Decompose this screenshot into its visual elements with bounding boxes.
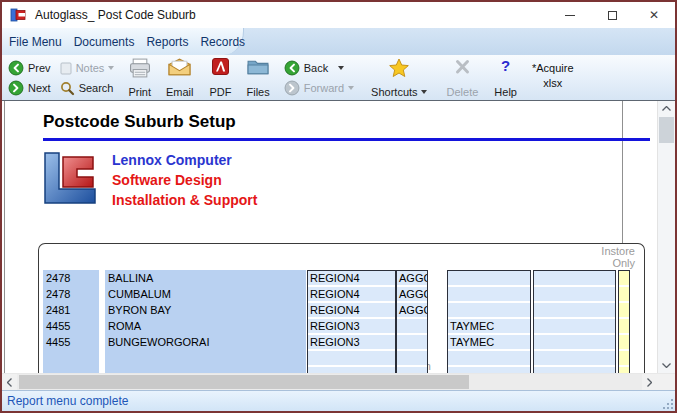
menu-item-reports[interactable]: Reports bbox=[146, 35, 200, 49]
close-button[interactable]: ✕ bbox=[633, 2, 675, 28]
help-button[interactable]: ? Help bbox=[491, 57, 520, 99]
next-button[interactable]: Next bbox=[8, 78, 51, 98]
cell-branch[interactable]: AGGC bbox=[397, 271, 427, 287]
cell-branch[interactable]: AGGC bbox=[397, 303, 427, 319]
horizontal-scroll-track[interactable] bbox=[17, 374, 642, 390]
title-underline bbox=[43, 138, 650, 141]
cell-branch[interactable] bbox=[397, 367, 427, 373]
star-icon bbox=[388, 58, 410, 78]
cell-branch[interactable]: AGGC bbox=[397, 287, 427, 303]
cell-contractor1[interactable] bbox=[448, 303, 530, 319]
menu-tab: File Menu Documents Reports Records bbox=[2, 28, 244, 55]
cell-region[interactable] bbox=[308, 351, 395, 367]
cell-contractor1[interactable] bbox=[448, 271, 530, 287]
cell-branch[interactable] bbox=[397, 319, 427, 335]
cell-region[interactable]: REGION3 bbox=[308, 319, 395, 335]
cell-contractor1[interactable]: TAYMEC bbox=[448, 319, 530, 335]
status-bar: Report menu complete bbox=[2, 390, 675, 411]
cell-instore[interactable] bbox=[619, 287, 629, 303]
search-icon bbox=[60, 81, 75, 96]
cell-contractor2[interactable] bbox=[534, 287, 615, 303]
cell-postcode[interactable]: 2478 bbox=[43, 270, 99, 286]
files-button[interactable]: Files bbox=[244, 57, 273, 99]
cell-contractor1[interactable] bbox=[448, 287, 530, 303]
cell-suburb[interactable]: BYRON BAY bbox=[105, 302, 306, 318]
cell-instore[interactable] bbox=[619, 271, 629, 287]
cell-region[interactable]: REGION4 bbox=[308, 271, 395, 287]
delete-button[interactable]: Delete bbox=[444, 57, 482, 99]
back-dropdown-icon[interactable] bbox=[338, 66, 344, 70]
cell-instore[interactable] bbox=[619, 367, 629, 373]
forward-dropdown-icon[interactable] bbox=[348, 86, 354, 90]
prev-button[interactable]: Prev bbox=[8, 58, 51, 78]
cell-contractor2[interactable] bbox=[534, 335, 615, 351]
notes-dropdown-icon[interactable] bbox=[108, 66, 114, 70]
app-window: Autoglass_ Post Code Suburb ✕ File Menu … bbox=[0, 0, 677, 413]
resize-grip-icon[interactable] bbox=[662, 398, 673, 409]
scroll-up-icon[interactable] bbox=[658, 101, 675, 116]
shortcuts-button[interactable]: Shortcuts bbox=[368, 57, 429, 99]
cell-instore[interactable] bbox=[619, 335, 629, 351]
cell-contractor2[interactable] bbox=[534, 319, 615, 335]
cell-branch[interactable] bbox=[397, 351, 427, 367]
scrollbar-corner bbox=[657, 374, 675, 390]
notes-button[interactable]: Notes bbox=[60, 58, 115, 78]
cell-postcode[interactable]: 2481 bbox=[43, 302, 99, 318]
search-button[interactable]: Search bbox=[60, 78, 115, 98]
cell-region[interactable]: REGION4 bbox=[308, 303, 395, 319]
forward-button[interactable]: Forward bbox=[284, 78, 354, 98]
pdf-icon bbox=[212, 58, 229, 75]
shortcuts-dropdown-icon[interactable] bbox=[421, 90, 427, 94]
cell-suburb[interactable]: ROMA bbox=[105, 318, 306, 334]
email-button[interactable]: Email bbox=[163, 57, 197, 99]
cell-instore[interactable] bbox=[619, 351, 629, 367]
report-page: Postcode Suburb Setup Lennox Computer So… bbox=[2, 101, 657, 373]
forward-arrow-icon bbox=[284, 80, 300, 96]
vertical-scroll-thumb[interactable] bbox=[659, 117, 674, 143]
cell-postcode[interactable]: 2478 bbox=[43, 286, 99, 302]
cell-contractor1[interactable]: TAYMEC bbox=[448, 335, 530, 351]
folder-icon bbox=[247, 58, 269, 75]
menu-item-records[interactable]: Records bbox=[200, 35, 257, 49]
maximize-button[interactable] bbox=[591, 2, 633, 28]
cell-suburb[interactable]: BUNGEWORGORAI bbox=[105, 334, 306, 350]
back-button[interactable]: Back bbox=[284, 58, 354, 78]
cell-contractor2[interactable] bbox=[534, 303, 615, 319]
menu-item-documents[interactable]: Documents bbox=[74, 35, 147, 49]
cell-region[interactable] bbox=[308, 367, 395, 373]
cell-contractor2[interactable] bbox=[534, 367, 615, 373]
vertical-scrollbar[interactable] bbox=[657, 101, 675, 373]
cell-contractor1[interactable] bbox=[448, 351, 530, 367]
cell-contractor2[interactable] bbox=[534, 351, 615, 367]
cell-instore[interactable] bbox=[619, 303, 629, 319]
pdf-button[interactable]: PDF bbox=[207, 57, 235, 99]
cell-contractor2[interactable] bbox=[534, 271, 615, 287]
status-text: Report menu complete bbox=[2, 394, 128, 408]
cell-suburb[interactable]: CUMBALUM bbox=[105, 286, 306, 302]
cell-postcode[interactable]: 4455 bbox=[43, 318, 99, 334]
acquire-xlsx-button[interactable]: *Acquire xlsx bbox=[530, 57, 576, 99]
horizontal-scroll-thumb[interactable] bbox=[19, 375, 469, 389]
company-logo bbox=[43, 151, 97, 209]
delete-x-icon bbox=[453, 58, 472, 76]
scroll-left-icon[interactable] bbox=[2, 374, 17, 390]
cell-postcode[interactable]: 4455 bbox=[43, 334, 99, 350]
cell-branch[interactable] bbox=[397, 335, 427, 351]
minimize-button[interactable] bbox=[549, 2, 591, 28]
postcode-table: Postcode Suburb Region Branch Contractor… bbox=[38, 243, 645, 373]
cell-instore[interactable] bbox=[619, 319, 629, 335]
next-arrow-icon bbox=[8, 80, 24, 96]
print-button[interactable]: Print bbox=[125, 57, 154, 99]
cell-contractor1[interactable] bbox=[448, 367, 530, 373]
back-arrow-icon bbox=[284, 60, 300, 76]
horizontal-scrollbar[interactable] bbox=[2, 373, 675, 390]
toolbar: Prev Next Notes Search bbox=[2, 55, 675, 101]
cell-suburb[interactable]: BALLINA bbox=[105, 270, 306, 286]
scroll-right-icon[interactable] bbox=[642, 374, 657, 390]
cell-region[interactable]: REGION3 bbox=[308, 335, 395, 351]
cell-region[interactable]: REGION4 bbox=[308, 287, 395, 303]
menu-item-file-menu[interactable]: File Menu bbox=[9, 35, 74, 49]
column-region: REGION4 REGION4 REGION4 REGION3 REGION3 bbox=[307, 270, 396, 373]
scroll-down-icon[interactable] bbox=[658, 358, 675, 373]
column-contractor2 bbox=[533, 270, 616, 373]
